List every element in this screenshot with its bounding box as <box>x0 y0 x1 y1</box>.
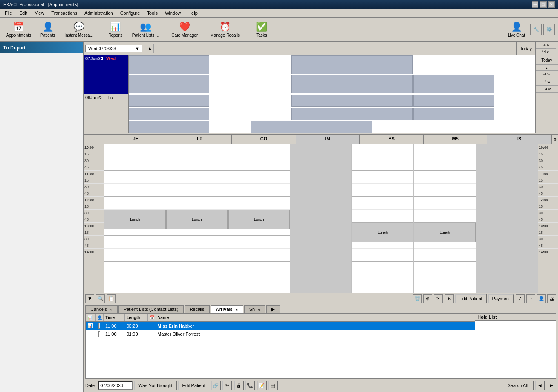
cancels-dropdown[interactable]: ◄ <box>109 308 112 312</box>
time-1115: 15 <box>84 177 104 184</box>
menu-window[interactable]: Window <box>162 10 184 16</box>
search-all-btn[interactable]: Search All <box>502 381 534 390</box>
nav-today[interactable]: Today <box>536 55 558 65</box>
row2-checkbox[interactable] <box>98 331 100 337</box>
edit-patient-bottom-btn[interactable]: Edit Patient <box>178 381 209 390</box>
col-jh[interactable]: Lunch <box>104 144 166 293</box>
edit-patient-top-btn[interactable]: Edit Patient <box>455 294 486 303</box>
main-area: To Depart Wed 07/06/23 ▼ ▲ Today ▲ -1 w … <box>0 42 558 392</box>
busy-block-2 <box>413 95 494 107</box>
notes-bottom-btn[interactable]: 📝 <box>257 381 267 390</box>
time-1145: 45 <box>84 190 104 197</box>
scissors-btn[interactable]: ✂ <box>434 294 443 303</box>
extra-btn-1[interactable]: ▤ <box>268 381 278 390</box>
tab-more[interactable]: ▶ <box>266 305 280 313</box>
copy-btn[interactable]: 📋 <box>107 294 116 303</box>
settings-icon-btn[interactable]: ⚙️ <box>543 24 555 35</box>
menu-file[interactable]: File <box>2 10 16 16</box>
week-day-1: Wed <box>106 56 116 61</box>
week-date-2: 08Jun23 <box>85 95 102 100</box>
search-btn[interactable]: 🔍 <box>96 294 105 303</box>
tab-patient-lists[interactable]: Patient Lists (Contact Lists) <box>118 305 184 313</box>
time-r-1000: 10:00 <box>538 144 558 151</box>
busy-block-2 <box>291 95 413 107</box>
menu-view[interactable]: View <box>31 10 48 16</box>
tab-arrivals[interactable]: Arrivals ◄ <box>211 305 243 313</box>
link-bottom-btn[interactable]: 🔗 <box>211 381 221 390</box>
col-ms[interactable]: Lunch <box>414 144 476 293</box>
col-is[interactable] <box>476 144 538 293</box>
checkmark-btn[interactable]: ✓ <box>516 294 525 303</box>
col-lp[interactable]: Lunch <box>166 144 228 293</box>
nav-minus-4w[interactable]: -4 w <box>536 78 558 85</box>
link-btn[interactable]: ⊕ <box>423 294 432 303</box>
was-not-brought-btn[interactable]: Was Not Brought <box>134 381 176 390</box>
menu-administration[interactable]: Administration <box>81 10 116 16</box>
care-manager-label: Care Manager <box>171 33 198 38</box>
nav-w-up[interactable]: ▲ <box>536 65 558 71</box>
nav-up-btn[interactable]: ▲ <box>146 44 154 53</box>
tab-cancels[interactable]: Cancels ◄ <box>85 305 118 313</box>
time-1045: 45 <box>84 164 104 171</box>
dropdown-btn[interactable]: ▼ <box>85 294 94 303</box>
busy-block <box>413 75 494 94</box>
patient-lists-btn[interactable]: 👥 Patient Lists ... <box>129 19 162 40</box>
arrow-right-btn[interactable]: → <box>526 294 535 303</box>
hold-list-title: Hold List <box>478 314 497 319</box>
menu-tools[interactable]: Tools <box>144 10 161 16</box>
row2-length: 01:00 <box>125 330 148 338</box>
search-nav-left[interactable]: ◄ <box>535 381 545 390</box>
sh-dropdown[interactable]: ◄ <box>257 308 260 312</box>
tab-recalls[interactable]: Recalls <box>185 305 210 313</box>
phone-bottom-btn[interactable]: 📞 <box>245 381 255 390</box>
print-top-btn[interactable]: 🖨 <box>547 294 556 303</box>
reports-btn[interactable]: 📊 Reports <box>103 19 128 40</box>
title-bar-buttons: — □ ✕ <box>532 1 555 8</box>
tasks-btn[interactable]: ✅ Tasks <box>249 19 274 40</box>
person-btn[interactable]: 👤 <box>537 294 546 303</box>
date-input[interactable] <box>98 381 133 390</box>
app-minimize-btn[interactable]: — <box>532 1 538 8</box>
col-im[interactable] <box>290 144 352 293</box>
tab-sh[interactable]: Sh ◄ <box>244 305 265 313</box>
menu-edit[interactable]: Edit <box>16 10 31 16</box>
app-close-btn[interactable]: ✕ <box>548 1 555 8</box>
bottom-action-bar: Date Was Not Brought Edit Patient 🔗 ✂ 🖨 … <box>84 379 558 392</box>
current-date-display: Wed 07/06/23 <box>88 46 116 51</box>
trash-btn[interactable]: 🗑️ <box>413 294 422 303</box>
date-selector[interactable]: Wed 07/06/23 ▼ <box>85 45 142 52</box>
pound-btn[interactable]: £ <box>445 294 454 303</box>
toolbar-sep-4 <box>246 20 246 38</box>
care-manager-btn[interactable]: ❤️ Care Manager <box>169 19 200 40</box>
row1-checkbox[interactable] <box>98 323 100 329</box>
instant-messages-btn[interactable]: 💬 Instant Messa... <box>62 19 96 40</box>
nav-minus-1w[interactable]: -1 w <box>536 71 558 78</box>
appointments-btn[interactable]: 📅 Appointments <box>3 19 34 40</box>
nav-plus4w-btn[interactable]: +4 w <box>536 49 556 55</box>
tools-icon-btn[interactable]: 🔧 <box>530 24 542 35</box>
scissors-bottom-btn[interactable]: ✂ <box>222 381 232 390</box>
search-nav-right[interactable]: ► <box>547 381 556 390</box>
nav-minus4w-btn[interactable]: -4 w <box>536 42 556 49</box>
week-day-selected[interactable]: 07Jun23 Wed <box>84 55 129 94</box>
week-right-nav-2 <box>535 94 558 133</box>
menu-configure[interactable]: Configure <box>117 10 143 16</box>
menu-help[interactable]: Help <box>185 10 201 16</box>
print-bottom-btn[interactable]: 🖨 <box>234 381 244 390</box>
week-day-2[interactable]: 08Jun23 Thu <box>84 94 129 133</box>
live-chat-btn[interactable]: 👤 Live Chat <box>504 19 529 40</box>
app-maximize-btn[interactable]: □ <box>540 1 547 8</box>
manage-recalls-btn[interactable]: ⏰ Manage Recalls <box>207 19 242 40</box>
week-row-2: 08Jun23 Thu <box>84 94 558 133</box>
arrivals-dropdown[interactable]: ◄ <box>235 308 238 312</box>
patients-btn[interactable]: 👤 Patients <box>36 19 60 40</box>
row2-time: 11:00 <box>104 330 125 338</box>
col-bs[interactable]: Lunch <box>352 144 414 293</box>
payment-btn[interactable]: Payment <box>488 294 514 303</box>
menu-transactions[interactable]: Transactions <box>48 10 80 16</box>
provider-co: CO <box>232 135 296 144</box>
week-row-1: 07Jun23 Wed Today ▲ -1 w -4 w <box>84 55 558 94</box>
col-co[interactable]: Lunch <box>228 144 290 293</box>
schedule-settings-icon[interactable]: ⚙ <box>551 135 558 144</box>
nav-plus-4w[interactable]: +4 w <box>536 85 558 93</box>
